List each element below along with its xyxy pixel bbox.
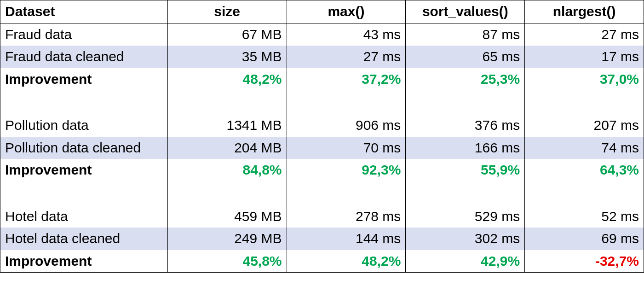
improvement-cell: -32,7% (525, 250, 644, 273)
table-row: Pollution data 1341 MB 906 ms 376 ms 207… (0, 114, 644, 137)
dataset-label: Pollution data (0, 114, 168, 137)
cell-value: 529 ms (406, 205, 525, 228)
cell-value: 459 MB (167, 205, 287, 228)
dataset-label: Fraud data cleaned (0, 46, 168, 68)
cell-value: 69 ms (525, 228, 644, 250)
col-size: size (167, 0, 287, 23)
cell-value: 74 ms (525, 137, 644, 159)
dataset-label: Improvement (0, 250, 168, 273)
spacer-row (0, 90, 644, 114)
cell-value: 376 ms (406, 114, 525, 137)
dataset-label: Improvement (0, 159, 168, 181)
dataset-label: Fraud data (0, 23, 168, 46)
cell-value: 27 ms (525, 23, 644, 46)
cell-value: 52 ms (525, 205, 644, 228)
improvement-cell: 37,0% (525, 68, 644, 91)
cell-value: 27 ms (287, 46, 406, 68)
col-nlargest: nlargest() (525, 0, 644, 23)
cell-value: 87 ms (406, 23, 525, 46)
improvement-row: Improvement 84,8% 92,3% 55,9% 64,3% (0, 159, 644, 181)
improvement-cell: 64,3% (525, 159, 644, 181)
benchmark-table: Dataset size max() sort_values() nlarges… (0, 0, 644, 273)
dataset-label: Hotel data cleaned (0, 228, 168, 250)
improvement-cell: 42,9% (406, 250, 525, 273)
dataset-label: Hotel data (0, 205, 168, 228)
cell-value: 17 ms (525, 46, 644, 68)
improvement-cell: 48,2% (167, 68, 287, 91)
table-row: Fraud data 67 MB 43 ms 87 ms 27 ms (0, 23, 644, 46)
table-row: Hotel data cleaned 249 MB 144 ms 302 ms … (0, 228, 644, 250)
cell-value: 207 ms (525, 114, 644, 137)
improvement-cell: 55,9% (406, 159, 525, 181)
improvement-cell: 25,3% (406, 68, 525, 91)
cell-value: 302 ms (406, 228, 525, 250)
improvement-row: Improvement 45,8% 48,2% 42,9% -32,7% (0, 250, 644, 273)
header-row: Dataset size max() sort_values() nlarges… (0, 0, 644, 23)
cell-value: 43 ms (287, 23, 406, 46)
dataset-label: Improvement (0, 68, 168, 91)
cell-value: 144 ms (287, 228, 406, 250)
improvement-cell: 45,8% (167, 250, 287, 273)
cell-value: 278 ms (287, 205, 406, 228)
dataset-label: Pollution data cleaned (0, 137, 168, 159)
cell-value: 65 ms (406, 46, 525, 68)
improvement-cell: 37,2% (287, 68, 406, 91)
table-row: Pollution data cleaned 204 MB 70 ms 166 … (0, 137, 644, 159)
cell-value: 249 MB (167, 228, 287, 250)
col-sort-values: sort_values() (406, 0, 525, 23)
cell-value: 35 MB (167, 46, 287, 68)
cell-value: 906 ms (287, 114, 406, 137)
improvement-row: Improvement 48,2% 37,2% 25,3% 37,0% (0, 68, 644, 91)
cell-value: 67 MB (167, 23, 287, 46)
cell-value: 70 ms (287, 137, 406, 159)
improvement-cell: 92,3% (287, 159, 406, 181)
improvement-cell: 84,8% (167, 159, 287, 181)
table-row: Fraud data cleaned 35 MB 27 ms 65 ms 17 … (0, 46, 644, 68)
col-max: max() (287, 0, 406, 23)
improvement-cell: 48,2% (287, 250, 406, 273)
cell-value: 204 MB (167, 137, 287, 159)
spacer-row (0, 181, 644, 205)
table-row: Hotel data 459 MB 278 ms 529 ms 52 ms (0, 205, 644, 228)
cell-value: 166 ms (406, 137, 525, 159)
cell-value: 1341 MB (167, 114, 287, 137)
col-dataset: Dataset (0, 0, 168, 23)
